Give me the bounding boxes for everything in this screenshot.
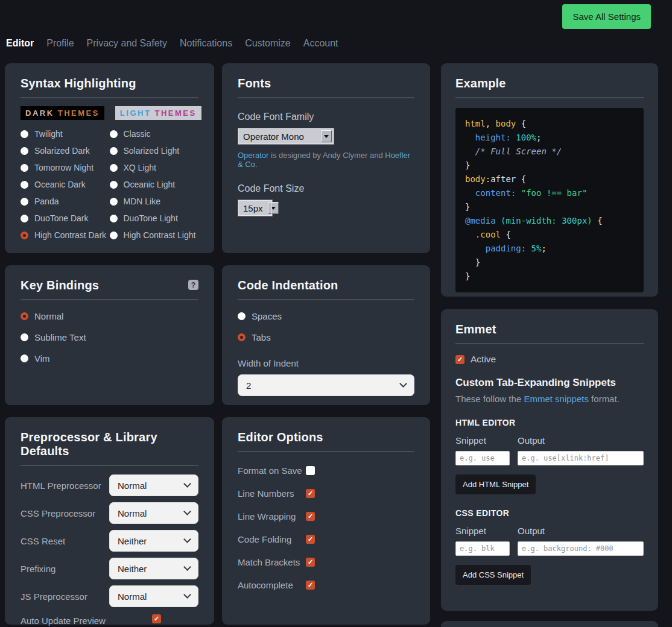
js-preprocessor-select[interactable]: Normal [109,585,198,607]
autocomplete-checkbox[interactable] [306,581,315,590]
code-token [465,244,486,253]
dropdown-arrow-icon[interactable] [321,130,332,142]
line-wrapping-checkbox[interactable] [306,512,315,521]
help-icon[interactable]: ? [188,280,198,290]
radio-option-sublime-text[interactable]: Sublime Text [21,332,198,342]
divider [455,97,644,98]
radio-option-label: Panda [34,197,59,206]
auto-update-preview-checkbox[interactable] [152,614,161,623]
key-bindings-list: NormalSublime TextVim [21,311,198,364]
line-numbers-checkbox[interactable] [306,489,315,498]
format-on-save-checkbox[interactable] [306,466,315,475]
radio-option-solarized-light[interactable]: Solarized Light [110,146,199,156]
nav-tab-account[interactable]: Account [303,38,338,49]
note-text: is designed by Andy Clymer and [268,151,385,160]
css-reset-select[interactable]: Neither [109,530,198,552]
emmet-active-checkbox[interactable] [455,355,464,364]
radio-option-high-contrast-light[interactable]: High Contrast Light [110,230,199,240]
radio-icon[interactable] [21,232,28,239]
html-editor-snippet-input[interactable] [455,451,510,465]
code-font-size-select[interactable]: 15px [238,200,273,216]
radio-icon[interactable] [21,215,28,222]
radio-option-mdn-like[interactable]: MDN Like [110,197,199,206]
width-of-indent-select[interactable]: 2 [238,374,414,396]
radio-icon[interactable] [110,215,118,222]
code-indentation-card: Code Indentation SpacesTabs Width of Ind… [222,265,430,405]
preprocessor-row-prefixing: PrefixingNeither [21,558,198,579]
indentation-options-list: SpacesTabs [238,311,414,342]
radio-option-oceanic-dark[interactable]: Oceanic Dark [21,180,110,189]
radio-icon[interactable] [110,147,118,155]
radio-icon[interactable] [21,147,28,155]
radio-option-tomorrow-night[interactable]: Tomorrow Night [21,163,110,172]
code-line: .cool { [465,228,634,242]
dropdown-arrow-icon[interactable] [268,202,279,214]
radio-option-solarized-dark[interactable]: Solarized Dark [21,146,110,156]
js-preprocessor-label: JS Preprocessor [21,591,87,602]
divider [238,299,414,300]
code-token: ; [536,133,541,142]
radio-icon[interactable] [110,198,118,206]
radio-option-label: Oceanic Light [124,180,176,189]
divider [238,97,414,98]
radio-option-xq-light[interactable]: XQ Light [110,163,199,172]
radio-option-spaces[interactable]: Spaces [238,311,414,321]
css-editor-output-input[interactable] [518,541,644,556]
radio-option-tabs[interactable]: Tabs [238,332,414,342]
add-css-snippet-button[interactable]: Add CSS Snippet [455,565,531,585]
code-folding-checkbox[interactable] [306,535,315,544]
html-editor-output-input[interactable] [518,451,644,465]
emmet-snippets-link[interactable]: Emmet snippets [524,394,589,404]
emmet-card: Emmet Active Custom Tab-Expanding Snippe… [441,309,658,611]
save-all-settings-button[interactable]: Save All Settings [562,4,651,29]
nav-tab-privacy-and-safety[interactable]: Privacy and Safety [87,38,167,49]
radio-option-classic[interactable]: Classic [110,129,199,139]
operator-link[interactable]: Operator [238,151,268,160]
radio-icon[interactable] [21,354,28,362]
radio-option-duotone-dark[interactable]: DuoTone Dark [21,213,110,223]
snippet-label: Snippet [455,435,518,446]
css-preprocessor-select[interactable]: Normal [109,502,198,524]
radio-option-normal[interactable]: Normal [21,311,198,321]
radio-icon[interactable] [238,312,246,320]
radio-icon[interactable] [238,333,246,341]
radio-icon[interactable] [21,198,28,206]
radio-option-oceanic-light[interactable]: Oceanic Light [110,180,199,189]
radio-icon[interactable] [110,181,118,189]
radio-icon[interactable] [110,232,118,239]
radio-option-vim[interactable]: Vim [21,353,198,364]
radio-icon[interactable] [110,130,118,138]
emmet-sections: HTML EDITORSnippetOutputAdd HTML Snippet… [455,418,644,585]
code-token: } [465,257,480,267]
radio-icon[interactable] [21,130,28,138]
radio-option-panda[interactable]: Panda [21,197,110,206]
auto-update-preview-row: Auto Update Preview [21,613,198,627]
font-designer-note: Operator is designed by Andy Clymer and … [238,151,414,169]
radio-option-label: Normal [34,311,63,321]
radio-option-twilight[interactable]: Twilight [21,129,110,139]
fonts-card: Fonts Code Font Family Operator Mono Ope… [222,63,430,253]
dark-themes-badge: DARK THEMES [21,106,104,120]
add-html-snippet-button[interactable]: Add HTML Snippet [455,474,536,494]
html-preprocessor-label: HTML Preprocessor [21,480,101,491]
code-font-family-select[interactable]: Operator Mono [238,128,334,145]
radio-icon[interactable] [110,164,118,172]
radio-option-duotone-light[interactable]: DuoTone Light [110,213,199,223]
card-title: Emmet [455,323,644,336]
code-line: @media (min-width: 300px) { [465,214,634,228]
match-brackets-checkbox[interactable] [306,558,315,567]
radio-icon[interactable] [21,333,28,341]
css-editor-snippet-input[interactable] [455,541,510,556]
nav-tab-customize[interactable]: Customize [245,38,291,49]
nav-tab-editor[interactable]: Editor [6,38,34,49]
nav-tab-notifications[interactable]: Notifications [180,38,232,49]
radio-icon[interactable] [21,312,28,320]
html-preprocessor-select[interactable]: Normal [109,474,198,496]
radio-icon[interactable] [21,181,28,189]
radio-option-high-contrast-dark[interactable]: High Contrast Dark [21,230,110,240]
nav-tab-profile[interactable]: Profile [46,38,74,49]
prefixing-select[interactable]: Neither [109,558,198,579]
snippet-output-inputs [455,541,644,556]
code-font-family-value: Operator Mono [238,131,309,142]
radio-icon[interactable] [21,164,28,172]
